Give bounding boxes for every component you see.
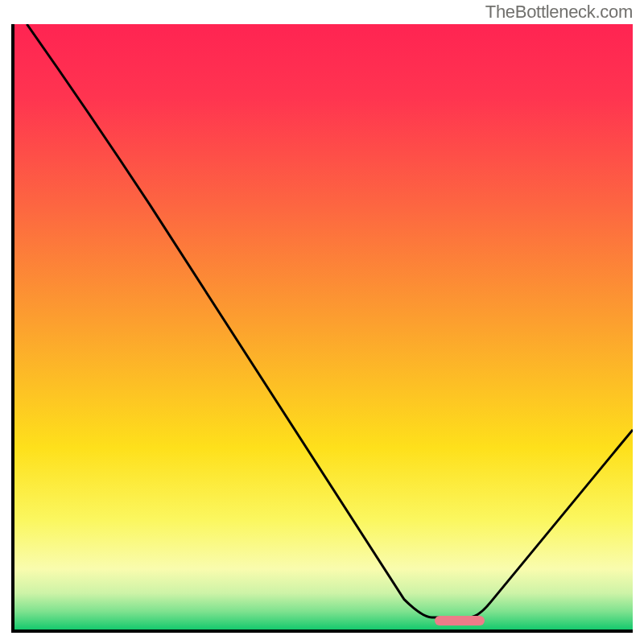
plot-area: [11, 24, 633, 633]
svg-rect-0: [14, 24, 633, 630]
optimal-range-marker: [435, 616, 484, 625]
attribution-text: TheBottleneck.com: [482, 0, 636, 23]
background-gradient: [14, 24, 633, 630]
